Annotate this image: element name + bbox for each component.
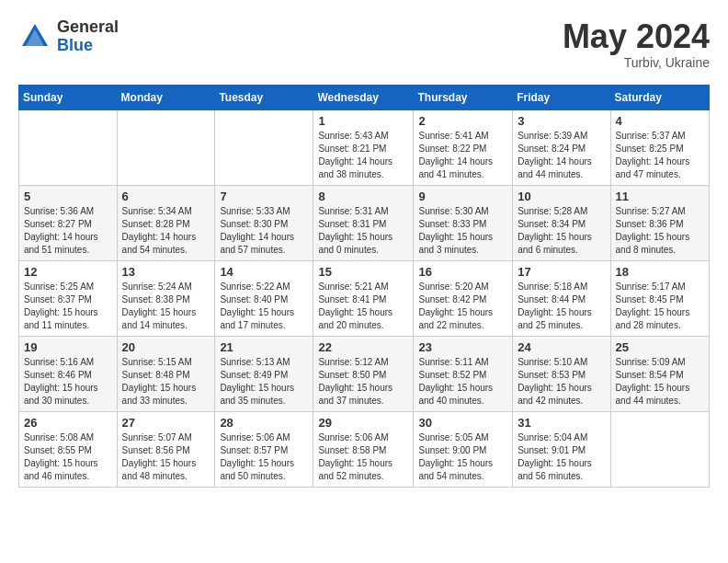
location-label: Turbiv, Ukraine xyxy=(563,55,710,70)
calendar-cell: 20Sunrise: 5:15 AM Sunset: 8:48 PM Dayli… xyxy=(117,336,215,411)
day-number: 13 xyxy=(122,265,210,279)
cell-content: Sunrise: 5:18 AM Sunset: 8:44 PM Dayligh… xyxy=(518,281,605,332)
column-header-tuesday: Tuesday xyxy=(215,85,313,109)
calendar-cell: 21Sunrise: 5:13 AM Sunset: 8:49 PM Dayli… xyxy=(215,336,313,411)
calendar-cell: 12Sunrise: 5:25 AM Sunset: 8:37 PM Dayli… xyxy=(19,260,118,336)
column-header-thursday: Thursday xyxy=(414,85,513,109)
column-header-monday: Monday xyxy=(117,85,215,109)
column-header-wednesday: Wednesday xyxy=(313,85,414,109)
day-number: 27 xyxy=(122,416,210,430)
page-header: General Blue May 2024 Turbiv, Ukraine xyxy=(18,18,710,70)
calendar-week-row: 12Sunrise: 5:25 AM Sunset: 8:37 PM Dayli… xyxy=(19,260,710,336)
calendar-cell xyxy=(610,411,709,487)
cell-content: Sunrise: 5:05 AM Sunset: 9:00 PM Dayligh… xyxy=(418,431,507,483)
cell-content: Sunrise: 5:36 AM Sunset: 8:27 PM Dayligh… xyxy=(24,205,112,257)
calendar-cell: 14Sunrise: 5:22 AM Sunset: 8:40 PM Dayli… xyxy=(215,260,313,336)
day-number: 23 xyxy=(418,340,507,354)
cell-content: Sunrise: 5:07 AM Sunset: 8:56 PM Dayligh… xyxy=(122,431,210,483)
cell-content: Sunrise: 5:37 AM Sunset: 8:25 PM Dayligh… xyxy=(616,130,704,181)
calendar-header-row: SundayMondayTuesdayWednesdayThursdayFrid… xyxy=(19,85,710,109)
calendar-cell: 8Sunrise: 5:31 AM Sunset: 8:31 PM Daylig… xyxy=(313,185,414,260)
day-number: 16 xyxy=(418,265,507,279)
logo-icon xyxy=(18,20,51,53)
cell-content: Sunrise: 5:31 AM Sunset: 8:31 PM Dayligh… xyxy=(318,205,408,257)
day-number: 17 xyxy=(518,265,605,279)
cell-content: Sunrise: 5:06 AM Sunset: 8:57 PM Dayligh… xyxy=(220,431,308,483)
day-number: 21 xyxy=(220,340,308,354)
calendar-cell: 16Sunrise: 5:20 AM Sunset: 8:42 PM Dayli… xyxy=(414,260,513,336)
cell-content: Sunrise: 5:33 AM Sunset: 8:30 PM Dayligh… xyxy=(220,205,308,257)
calendar-cell: 5Sunrise: 5:36 AM Sunset: 8:27 PM Daylig… xyxy=(19,185,118,260)
calendar-cell: 24Sunrise: 5:10 AM Sunset: 8:53 PM Dayli… xyxy=(513,336,610,411)
day-number: 7 xyxy=(220,190,308,203)
cell-content: Sunrise: 5:22 AM Sunset: 8:40 PM Dayligh… xyxy=(220,281,308,332)
calendar-cell: 13Sunrise: 5:24 AM Sunset: 8:38 PM Dayli… xyxy=(117,260,215,336)
cell-content: Sunrise: 5:17 AM Sunset: 8:45 PM Dayligh… xyxy=(616,281,704,332)
cell-content: Sunrise: 5:24 AM Sunset: 8:38 PM Dayligh… xyxy=(122,281,210,332)
calendar-cell: 7Sunrise: 5:33 AM Sunset: 8:30 PM Daylig… xyxy=(215,185,313,260)
logo: General Blue xyxy=(18,18,119,55)
cell-content: Sunrise: 5:39 AM Sunset: 8:24 PM Dayligh… xyxy=(518,130,605,181)
calendar-cell: 11Sunrise: 5:27 AM Sunset: 8:36 PM Dayli… xyxy=(610,185,709,260)
day-number: 18 xyxy=(616,265,704,279)
day-number: 15 xyxy=(318,265,408,279)
calendar-cell: 23Sunrise: 5:11 AM Sunset: 8:52 PM Dayli… xyxy=(414,336,513,411)
day-number: 20 xyxy=(122,340,210,354)
column-header-friday: Friday xyxy=(513,85,610,109)
day-number: 2 xyxy=(418,114,507,128)
day-number: 29 xyxy=(318,416,408,430)
cell-content: Sunrise: 5:11 AM Sunset: 8:52 PM Dayligh… xyxy=(418,356,507,408)
day-number: 30 xyxy=(418,416,507,430)
calendar-cell: 22Sunrise: 5:12 AM Sunset: 8:50 PM Dayli… xyxy=(313,336,414,411)
calendar-cell: 31Sunrise: 5:04 AM Sunset: 9:01 PM Dayli… xyxy=(513,411,610,487)
calendar-cell: 18Sunrise: 5:17 AM Sunset: 8:45 PM Dayli… xyxy=(610,260,709,336)
day-number: 8 xyxy=(318,190,408,203)
day-number: 19 xyxy=(24,340,112,354)
cell-content: Sunrise: 5:06 AM Sunset: 8:58 PM Dayligh… xyxy=(318,431,408,483)
cell-content: Sunrise: 5:20 AM Sunset: 8:42 PM Dayligh… xyxy=(418,281,507,332)
calendar-cell: 15Sunrise: 5:21 AM Sunset: 8:41 PM Dayli… xyxy=(313,260,414,336)
calendar-cell: 10Sunrise: 5:28 AM Sunset: 8:34 PM Dayli… xyxy=(513,185,610,260)
day-number: 12 xyxy=(24,265,112,279)
calendar-week-row: 5Sunrise: 5:36 AM Sunset: 8:27 PM Daylig… xyxy=(19,185,710,260)
column-header-sunday: Sunday xyxy=(19,85,118,109)
cell-content: Sunrise: 5:08 AM Sunset: 8:55 PM Dayligh… xyxy=(24,431,112,483)
calendar-cell xyxy=(117,109,215,185)
cell-content: Sunrise: 5:15 AM Sunset: 8:48 PM Dayligh… xyxy=(122,356,210,408)
calendar-cell xyxy=(215,109,313,185)
day-number: 14 xyxy=(220,265,308,279)
day-number: 11 xyxy=(616,190,704,203)
calendar-table: SundayMondayTuesdayWednesdayThursdayFrid… xyxy=(18,85,710,488)
calendar-cell: 29Sunrise: 5:06 AM Sunset: 8:58 PM Dayli… xyxy=(313,411,414,487)
cell-content: Sunrise: 5:12 AM Sunset: 8:50 PM Dayligh… xyxy=(318,356,408,408)
cell-content: Sunrise: 5:25 AM Sunset: 8:37 PM Dayligh… xyxy=(24,281,112,332)
day-number: 3 xyxy=(518,114,605,128)
cell-content: Sunrise: 5:10 AM Sunset: 8:53 PM Dayligh… xyxy=(518,356,605,408)
month-year-title: May 2024 xyxy=(563,18,710,55)
calendar-cell: 2Sunrise: 5:41 AM Sunset: 8:22 PM Daylig… xyxy=(414,109,513,185)
day-number: 4 xyxy=(616,114,704,128)
cell-content: Sunrise: 5:28 AM Sunset: 8:34 PM Dayligh… xyxy=(518,205,605,257)
calendar-cell: 28Sunrise: 5:06 AM Sunset: 8:57 PM Dayli… xyxy=(215,411,313,487)
cell-content: Sunrise: 5:30 AM Sunset: 8:33 PM Dayligh… xyxy=(418,205,507,257)
calendar-cell: 30Sunrise: 5:05 AM Sunset: 9:00 PM Dayli… xyxy=(414,411,513,487)
calendar-cell: 3Sunrise: 5:39 AM Sunset: 8:24 PM Daylig… xyxy=(513,109,610,185)
day-number: 10 xyxy=(518,190,605,203)
cell-content: Sunrise: 5:34 AM Sunset: 8:28 PM Dayligh… xyxy=(122,205,210,257)
day-number: 9 xyxy=(418,190,507,203)
day-number: 31 xyxy=(518,416,605,430)
calendar-cell: 19Sunrise: 5:16 AM Sunset: 8:46 PM Dayli… xyxy=(19,336,118,411)
cell-content: Sunrise: 5:41 AM Sunset: 8:22 PM Dayligh… xyxy=(418,130,507,181)
day-number: 28 xyxy=(220,416,308,430)
cell-content: Sunrise: 5:13 AM Sunset: 8:49 PM Dayligh… xyxy=(220,356,308,408)
calendar-cell: 27Sunrise: 5:07 AM Sunset: 8:56 PM Dayli… xyxy=(117,411,215,487)
title-block: May 2024 Turbiv, Ukraine xyxy=(563,18,710,70)
day-number: 6 xyxy=(122,190,210,203)
day-number: 25 xyxy=(616,340,704,354)
calendar-cell xyxy=(19,109,118,185)
calendar-cell: 6Sunrise: 5:34 AM Sunset: 8:28 PM Daylig… xyxy=(117,185,215,260)
cell-content: Sunrise: 5:04 AM Sunset: 9:01 PM Dayligh… xyxy=(518,431,605,483)
day-number: 24 xyxy=(518,340,605,354)
calendar-week-row: 19Sunrise: 5:16 AM Sunset: 8:46 PM Dayli… xyxy=(19,336,710,411)
calendar-cell: 26Sunrise: 5:08 AM Sunset: 8:55 PM Dayli… xyxy=(19,411,118,487)
